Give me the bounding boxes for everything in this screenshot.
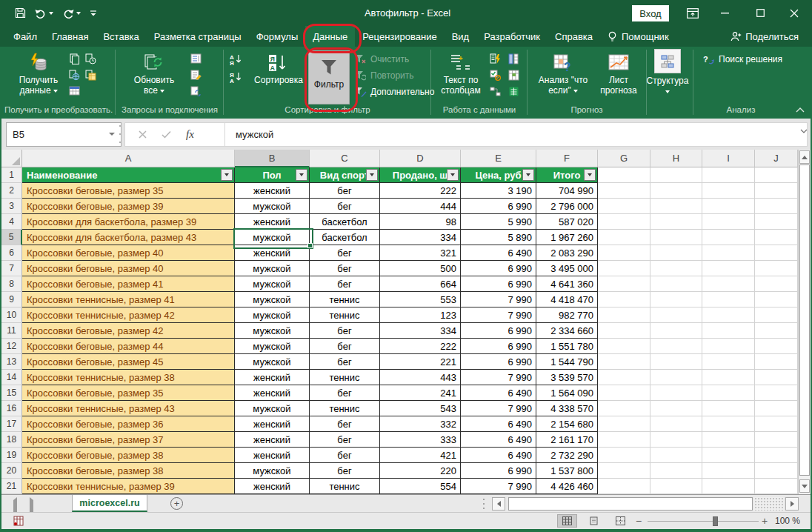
cell-J21[interactable]: [755, 479, 798, 494]
cell-E8[interactable]: 6 990: [461, 276, 536, 292]
cell-G15[interactable]: [598, 385, 650, 401]
existing-connections-icon[interactable]: [68, 85, 81, 97]
filter-dropdown-B1[interactable]: [296, 169, 307, 181]
cell-B17[interactable]: женский: [235, 416, 310, 432]
cell-G4[interactable]: [598, 214, 650, 230]
cell-F17[interactable]: 2 154 680: [536, 416, 598, 432]
cell-I13[interactable]: [702, 354, 755, 370]
cell-E21[interactable]: 7 990: [461, 479, 536, 494]
cell-I9[interactable]: [702, 292, 755, 307]
cell-H1[interactable]: [650, 167, 702, 183]
tab-рецензирование[interactable]: Рецензирование: [355, 26, 444, 47]
cell-B11[interactable]: мужской: [235, 323, 310, 339]
cell-A5[interactable]: Кроссовки для баскетбола, размер 43: [22, 230, 235, 245]
cell-H16[interactable]: [650, 401, 702, 416]
column-header-J[interactable]: J: [755, 150, 798, 167]
zoom-level[interactable]: 100 %: [775, 516, 800, 526]
cell-B7[interactable]: мужской: [235, 261, 310, 276]
cell-C5[interactable]: баскетбол: [310, 230, 380, 245]
data-validation-icon[interactable]: [489, 69, 502, 81]
cell-G10[interactable]: [598, 307, 650, 323]
cell-H18[interactable]: [650, 432, 702, 448]
cell-D14[interactable]: 443: [380, 370, 461, 385]
column-header-G[interactable]: G: [598, 150, 650, 167]
sort-button[interactable]: ЯА Сортировка: [250, 49, 307, 104]
reapply-filter-button[interactable]: Повторить: [354, 68, 414, 83]
tab-вид[interactable]: Вид: [445, 26, 477, 47]
new-sheet-button[interactable]: +: [170, 497, 183, 510]
what-if-button[interactable]: ? Анализ "что если": [535, 49, 591, 104]
cell-A21[interactable]: Кроссовки теннисные, размер 39: [22, 479, 235, 494]
cell-G5[interactable]: [598, 230, 650, 245]
cell-I4[interactable]: [702, 214, 755, 230]
cell-G16[interactable]: [598, 401, 650, 416]
tab-справка[interactable]: Справка: [548, 26, 600, 47]
consolidate-icon[interactable]: [508, 69, 520, 81]
cell-F6[interactable]: 2 083 290: [536, 245, 598, 261]
cell-J6[interactable]: [755, 245, 798, 261]
name-box-caret[interactable]: [109, 133, 115, 136]
sort-az-button[interactable]: АЯ: [230, 52, 242, 67]
column-header-A[interactable]: A: [22, 150, 235, 167]
row-header-3[interactable]: 3: [1, 199, 22, 214]
cell-E13[interactable]: 6 990: [461, 354, 536, 370]
cell-F5[interactable]: 1 967 260: [536, 230, 598, 245]
cell-J2[interactable]: [755, 183, 798, 199]
row-header-9[interactable]: 9: [1, 292, 22, 307]
cell-F15[interactable]: 1 564 090: [536, 385, 598, 401]
cell-C13[interactable]: бег: [310, 354, 380, 370]
cell-I21[interactable]: [702, 479, 755, 494]
cell-I19[interactable]: [702, 448, 755, 463]
cell-F10[interactable]: 982 770: [536, 307, 598, 323]
cell-G13[interactable]: [598, 354, 650, 370]
close-button[interactable]: [779, 0, 809, 26]
cell-H17[interactable]: [650, 416, 702, 432]
fill-handle[interactable]: [307, 243, 313, 248]
tab-scroll-splitter[interactable]: [482, 499, 485, 509]
cell-A3[interactable]: Кроссовки беговые, размер 39: [22, 199, 235, 214]
cell-F13[interactable]: 1 544 790: [536, 354, 598, 370]
cell-I6[interactable]: [702, 245, 755, 261]
cell-H12[interactable]: [650, 339, 702, 354]
filter-dropdown-C1[interactable]: [366, 169, 378, 181]
cell-I10[interactable]: [702, 307, 755, 323]
row-header-18[interactable]: 18: [1, 432, 22, 448]
cell-F2[interactable]: 704 990: [536, 183, 598, 199]
cell-G11[interactable]: [598, 323, 650, 339]
cell-E2[interactable]: 3 190: [461, 183, 536, 199]
cell-D20[interactable]: 220: [380, 463, 461, 479]
cell-A1[interactable]: Наименование: [22, 167, 235, 183]
cell-C9[interactable]: теннис: [310, 292, 380, 307]
cell-D11[interactable]: 334: [380, 323, 461, 339]
horizontal-scroll-thumb[interactable]: [508, 497, 753, 511]
cell-D12[interactable]: 222: [380, 339, 461, 354]
cell-H13[interactable]: [650, 354, 702, 370]
cell-E17[interactable]: 6 490: [461, 416, 536, 432]
cell-F19[interactable]: 2 732 290: [536, 448, 598, 463]
cell-B18[interactable]: женский: [235, 432, 310, 448]
page-layout-view-button[interactable]: [584, 514, 604, 528]
cell-J12[interactable]: [755, 339, 798, 354]
cell-H6[interactable]: [650, 245, 702, 261]
cell-G20[interactable]: [598, 463, 650, 479]
cell-F4[interactable]: 587 020: [536, 214, 598, 230]
from-web-icon[interactable]: [68, 69, 81, 81]
cell-I20[interactable]: [702, 463, 755, 479]
cell-I14[interactable]: [702, 370, 755, 385]
cell-J16[interactable]: [755, 401, 798, 416]
cell-C14[interactable]: теннис: [310, 370, 380, 385]
new-query-icon[interactable]: [68, 53, 81, 64]
cell-B14[interactable]: женский: [235, 370, 310, 385]
cell-G9[interactable]: [598, 292, 650, 307]
filter-dropdown-F1[interactable]: [584, 169, 596, 181]
cell-A16[interactable]: Кроссовки теннисные, размер 43: [22, 401, 235, 416]
cell-E18[interactable]: 6 490: [461, 432, 536, 448]
cell-C16[interactable]: теннис: [310, 401, 380, 416]
filter-dropdown-E1[interactable]: [522, 169, 534, 181]
cell-J1[interactable]: [755, 167, 798, 183]
cell-D18[interactable]: 333: [380, 432, 461, 448]
advanced-filter-button[interactable]: Дополнительно: [354, 84, 434, 99]
cell-E14[interactable]: 7 990: [461, 370, 536, 385]
cell-F7[interactable]: 3 495 000: [536, 261, 598, 276]
cell-E15[interactable]: 6 490: [461, 385, 536, 401]
